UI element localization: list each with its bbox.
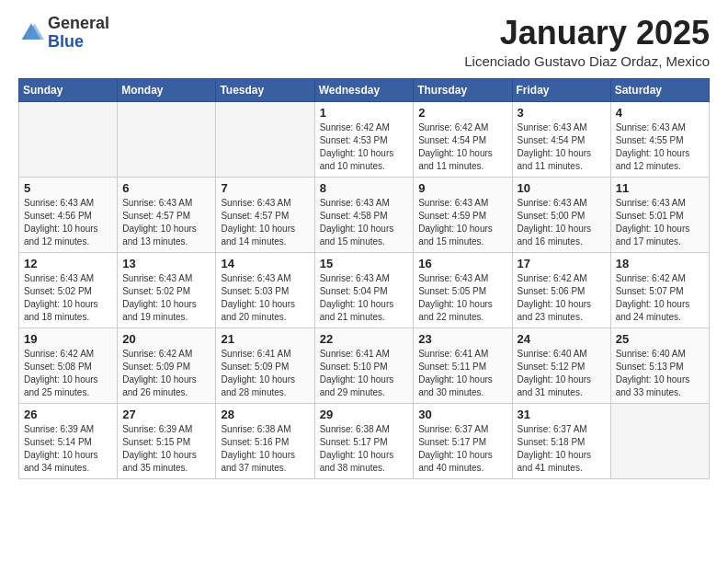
day-info: Sunrise: 6:42 AM Sunset: 5:07 PM Dayligh…: [616, 272, 704, 324]
day-number: 1: [320, 106, 409, 120]
day-number: 27: [122, 408, 210, 421]
day-number: 3: [518, 106, 606, 120]
day-number: 4: [616, 106, 704, 120]
day-info: Sunrise: 6:40 AM Sunset: 5:13 PM Dayligh…: [616, 348, 704, 399]
day-info: Sunrise: 6:43 AM Sunset: 4:54 PM Dayligh…: [518, 121, 606, 173]
day-info: Sunrise: 6:42 AM Sunset: 4:53 PM Dayligh…: [320, 121, 409, 173]
day-info: Sunrise: 6:43 AM Sunset: 5:01 PM Dayligh…: [616, 197, 704, 248]
calendar-cell: 25Sunrise: 6:40 AM Sunset: 5:13 PM Dayli…: [610, 327, 709, 403]
day-info: Sunrise: 6:43 AM Sunset: 4:56 PM Dayligh…: [24, 197, 112, 248]
day-info: Sunrise: 6:39 AM Sunset: 5:15 PM Dayligh…: [122, 423, 210, 475]
calendar-cell: 3Sunrise: 6:43 AM Sunset: 4:54 PM Daylig…: [512, 101, 610, 177]
day-info: Sunrise: 6:41 AM Sunset: 5:10 PM Dayligh…: [320, 348, 409, 399]
page-header: General Blue January 2025 Licenciado Gus…: [18, 15, 710, 69]
day-number: 25: [616, 332, 704, 346]
day-number: 5: [24, 181, 112, 195]
day-number: 6: [122, 181, 210, 195]
day-number: 9: [418, 181, 506, 195]
day-number: 22: [320, 332, 409, 346]
logo: General Blue: [18, 15, 109, 52]
calendar-cell: 28Sunrise: 6:38 AM Sunset: 5:16 PM Dayli…: [216, 403, 314, 478]
calendar-cell: 29Sunrise: 6:38 AM Sunset: 5:17 PM Dayli…: [314, 403, 414, 478]
day-info: Sunrise: 6:39 AM Sunset: 5:14 PM Dayligh…: [24, 423, 112, 475]
calendar-cell: 18Sunrise: 6:42 AM Sunset: 5:07 PM Dayli…: [610, 252, 709, 327]
day-number: 31: [518, 408, 606, 421]
calendar-cell: 20Sunrise: 6:42 AM Sunset: 5:09 PM Dayli…: [118, 327, 216, 403]
day-number: 24: [518, 332, 606, 346]
calendar-cell: 16Sunrise: 6:43 AM Sunset: 5:05 PM Dayli…: [414, 252, 512, 327]
day-info: Sunrise: 6:42 AM Sunset: 5:08 PM Dayligh…: [24, 348, 112, 399]
calendar-cell: [118, 101, 216, 177]
day-number: 2: [418, 106, 506, 120]
calendar-cell: 24Sunrise: 6:40 AM Sunset: 5:12 PM Dayli…: [512, 327, 610, 403]
logo-icon: [18, 20, 44, 46]
day-number: 26: [24, 408, 112, 421]
day-number: 30: [418, 408, 506, 421]
day-number: 10: [518, 181, 606, 195]
day-info: Sunrise: 6:37 AM Sunset: 5:17 PM Dayligh…: [418, 423, 506, 475]
day-info: Sunrise: 6:42 AM Sunset: 5:06 PM Dayligh…: [518, 272, 606, 324]
calendar-cell: 14Sunrise: 6:43 AM Sunset: 5:03 PM Dayli…: [216, 252, 314, 327]
day-info: Sunrise: 6:43 AM Sunset: 4:55 PM Dayligh…: [616, 121, 704, 173]
calendar-cell: 21Sunrise: 6:41 AM Sunset: 5:09 PM Dayli…: [216, 327, 314, 403]
calendar-cell: 7Sunrise: 6:43 AM Sunset: 4:57 PM Daylig…: [216, 177, 314, 252]
day-number: 29: [320, 408, 409, 421]
calendar-cell: 5Sunrise: 6:43 AM Sunset: 4:56 PM Daylig…: [19, 177, 118, 252]
week-row-5: 26Sunrise: 6:39 AM Sunset: 5:14 PM Dayli…: [19, 403, 710, 478]
location-title: Licenciado Gustavo Diaz Ordaz, Mexico: [464, 53, 710, 69]
day-info: Sunrise: 6:42 AM Sunset: 4:54 PM Dayligh…: [418, 121, 506, 173]
day-info: Sunrise: 6:38 AM Sunset: 5:17 PM Dayligh…: [320, 423, 409, 475]
day-info: Sunrise: 6:43 AM Sunset: 5:03 PM Dayligh…: [221, 272, 309, 324]
day-number: 13: [122, 257, 210, 270]
day-number: 17: [518, 257, 606, 270]
day-number: 23: [418, 332, 506, 346]
calendar-cell: 1Sunrise: 6:42 AM Sunset: 4:53 PM Daylig…: [314, 101, 414, 177]
day-info: Sunrise: 6:40 AM Sunset: 5:12 PM Dayligh…: [518, 348, 606, 399]
day-number: 20: [122, 332, 210, 346]
calendar-cell: 26Sunrise: 6:39 AM Sunset: 5:14 PM Dayli…: [19, 403, 118, 478]
calendar-header: SundayMondayTuesdayWednesdayThursdayFrid…: [19, 78, 710, 101]
day-info: Sunrise: 6:43 AM Sunset: 5:04 PM Dayligh…: [320, 272, 409, 324]
day-number: 19: [24, 332, 112, 346]
day-number: 14: [221, 257, 309, 270]
weekday-header-friday: Friday: [512, 78, 610, 101]
day-info: Sunrise: 6:41 AM Sunset: 5:11 PM Dayligh…: [418, 348, 506, 399]
day-number: 15: [320, 257, 409, 270]
logo-blue-text: Blue: [48, 32, 84, 51]
day-number: 7: [221, 181, 309, 195]
day-number: 18: [616, 257, 704, 270]
weekday-header-thursday: Thursday: [414, 78, 512, 101]
calendar-body: 1Sunrise: 6:42 AM Sunset: 4:53 PM Daylig…: [19, 101, 710, 478]
calendar-cell: 23Sunrise: 6:41 AM Sunset: 5:11 PM Dayli…: [414, 327, 512, 403]
weekday-header-tuesday: Tuesday: [216, 78, 314, 101]
calendar-cell: 30Sunrise: 6:37 AM Sunset: 5:17 PM Dayli…: [414, 403, 512, 478]
calendar-table: SundayMondayTuesdayWednesdayThursdayFrid…: [18, 78, 710, 479]
day-info: Sunrise: 6:37 AM Sunset: 5:18 PM Dayligh…: [518, 423, 606, 475]
calendar-cell: 8Sunrise: 6:43 AM Sunset: 4:58 PM Daylig…: [314, 177, 414, 252]
day-info: Sunrise: 6:38 AM Sunset: 5:16 PM Dayligh…: [221, 423, 309, 475]
logo-general-text: General: [48, 14, 109, 32]
day-info: Sunrise: 6:43 AM Sunset: 5:00 PM Dayligh…: [518, 197, 606, 248]
day-number: 11: [616, 181, 704, 195]
day-number: 28: [221, 408, 309, 421]
weekday-header-row: SundayMondayTuesdayWednesdayThursdayFrid…: [19, 78, 710, 101]
calendar-cell: [19, 101, 118, 177]
calendar-cell: 10Sunrise: 6:43 AM Sunset: 5:00 PM Dayli…: [512, 177, 610, 252]
day-number: 16: [418, 257, 506, 270]
calendar-cell: [610, 403, 709, 478]
week-row-4: 19Sunrise: 6:42 AM Sunset: 5:08 PM Dayli…: [19, 327, 710, 403]
calendar-cell: 31Sunrise: 6:37 AM Sunset: 5:18 PM Dayli…: [512, 403, 610, 478]
calendar-cell: 11Sunrise: 6:43 AM Sunset: 5:01 PM Dayli…: [610, 177, 709, 252]
weekday-header-wednesday: Wednesday: [314, 78, 414, 101]
week-row-2: 5Sunrise: 6:43 AM Sunset: 4:56 PM Daylig…: [19, 177, 710, 252]
day-info: Sunrise: 6:41 AM Sunset: 5:09 PM Dayligh…: [221, 348, 309, 399]
day-number: 8: [320, 181, 409, 195]
weekday-header-monday: Monday: [118, 78, 216, 101]
week-row-3: 12Sunrise: 6:43 AM Sunset: 5:02 PM Dayli…: [19, 252, 710, 327]
calendar-cell: 15Sunrise: 6:43 AM Sunset: 5:04 PM Dayli…: [314, 252, 414, 327]
calendar-cell: 12Sunrise: 6:43 AM Sunset: 5:02 PM Dayli…: [19, 252, 118, 327]
week-row-1: 1Sunrise: 6:42 AM Sunset: 4:53 PM Daylig…: [19, 101, 710, 177]
day-number: 21: [221, 332, 309, 346]
calendar-cell: 19Sunrise: 6:42 AM Sunset: 5:08 PM Dayli…: [19, 327, 118, 403]
day-info: Sunrise: 6:42 AM Sunset: 5:09 PM Dayligh…: [122, 348, 210, 399]
